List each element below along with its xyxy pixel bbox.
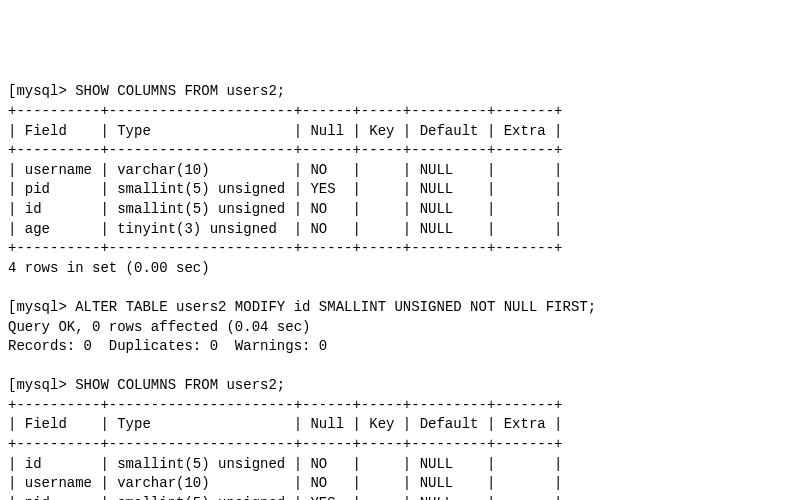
table-row: | username | varchar(10) | NO | | NULL |…: [8, 162, 563, 178]
terminal-output: [mysql> SHOW COLUMNS FROM users2; +-----…: [8, 82, 798, 500]
table-header: | Field | Type | Null | Key | Default | …: [8, 416, 563, 432]
mysql-prompt: [mysql>: [8, 299, 75, 315]
sql-command: SHOW COLUMNS FROM users2;: [75, 377, 285, 393]
table-row: | id | smallint(5) unsigned | NO | | NUL…: [8, 201, 563, 217]
sql-command: ALTER TABLE users2 MODIFY id SMALLINT UN…: [75, 299, 596, 315]
table-row: | id | smallint(5) unsigned | NO | | NUL…: [8, 456, 563, 472]
query-result: Query OK, 0 rows affected (0.04 sec): [8, 319, 310, 335]
table-border: +----------+----------------------+-----…: [8, 240, 563, 256]
table-row: | pid | smallint(5) unsigned | YES | | N…: [8, 495, 563, 500]
table-border: +----------+----------------------+-----…: [8, 142, 563, 158]
table-border: +----------+----------------------+-----…: [8, 436, 563, 452]
table-row: | age | tinyint(3) unsigned | NO | | NUL…: [8, 221, 563, 237]
table-header: | Field | Type | Null | Key | Default | …: [8, 123, 563, 139]
mysql-prompt: [mysql>: [8, 83, 75, 99]
table-border: +----------+----------------------+-----…: [8, 103, 563, 119]
sql-command: SHOW COLUMNS FROM users2;: [75, 83, 285, 99]
table-border: +----------+----------------------+-----…: [8, 397, 563, 413]
table-row: | pid | smallint(5) unsigned | YES | | N…: [8, 181, 563, 197]
table-row: | username | varchar(10) | NO | | NULL |…: [8, 475, 563, 491]
result-footer: 4 rows in set (0.00 sec): [8, 260, 210, 276]
mysql-prompt: [mysql>: [8, 377, 75, 393]
query-result: Records: 0 Duplicates: 0 Warnings: 0: [8, 338, 327, 354]
